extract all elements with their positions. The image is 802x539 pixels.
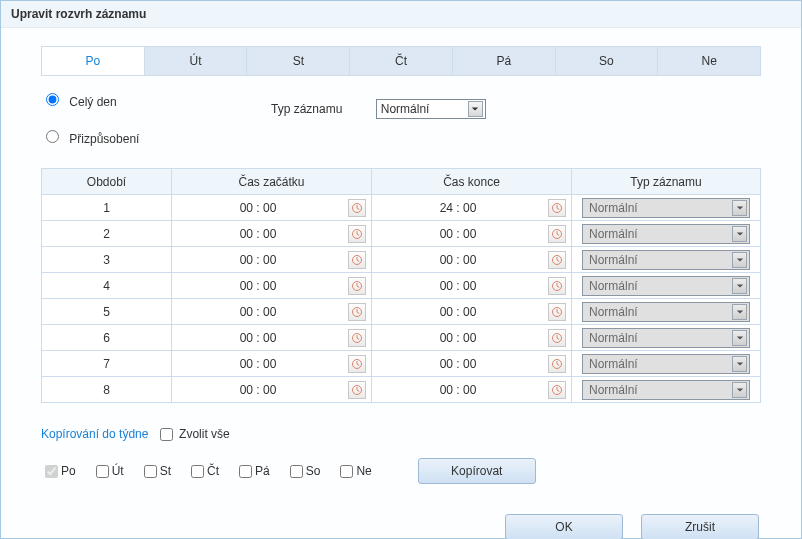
record-type-value: Normální: [381, 102, 430, 116]
copy-day-label: Čt: [207, 464, 219, 478]
table-row: 500 : 0000 : 00Normální: [42, 299, 761, 325]
row-type-cell: Normální: [572, 377, 761, 403]
copy-button[interactable]: Kopírovat: [418, 458, 536, 484]
end-time-value: 00 : 00: [440, 227, 477, 241]
window-title: Upravit rozvrh záznamu: [1, 1, 801, 28]
copy-day-label: Po: [61, 464, 76, 478]
row-type-select: Normální: [582, 276, 750, 296]
tab-ne[interactable]: Ne: [658, 47, 760, 75]
table-row: 300 : 0000 : 00Normální: [42, 247, 761, 273]
start-time-cell: 00 : 00: [172, 195, 372, 221]
col-period: Období: [42, 169, 172, 195]
row-type-cell: Normální: [572, 325, 761, 351]
copy-day-checkbox-pá[interactable]: [239, 465, 252, 478]
radio-all-day[interactable]: Celý den: [41, 90, 201, 109]
start-time-value: 00 : 00: [240, 279, 277, 293]
copy-day-checkbox-po[interactable]: [45, 465, 58, 478]
clock-icon[interactable]: [548, 225, 566, 243]
table-row: 400 : 0000 : 00Normální: [42, 273, 761, 299]
end-time-cell: 00 : 00: [372, 299, 572, 325]
row-type-value: Normální: [589, 305, 638, 319]
clock-icon[interactable]: [548, 329, 566, 347]
tab-po[interactable]: Po: [42, 47, 145, 75]
chevron-down-icon: [732, 252, 747, 268]
copy-day-checkbox-út[interactable]: [96, 465, 109, 478]
end-time-cell: 24 : 00: [372, 195, 572, 221]
row-type-value: Normální: [589, 201, 638, 215]
start-time-value: 00 : 00: [240, 305, 277, 319]
row-type-select: Normální: [582, 302, 750, 322]
tab-út[interactable]: Út: [145, 47, 248, 75]
period-cell: 4: [42, 273, 172, 299]
day-tabs: PoÚtStČtPáSoNe: [41, 46, 761, 76]
chevron-down-icon: [732, 330, 747, 346]
copy-day-checkbox-čt[interactable]: [191, 465, 204, 478]
copy-day-checkbox-ne[interactable]: [340, 465, 353, 478]
tab-st[interactable]: St: [247, 47, 350, 75]
copy-day-checkbox-st[interactable]: [144, 465, 157, 478]
chevron-down-icon: [732, 304, 747, 320]
clock-icon[interactable]: [348, 329, 366, 347]
chevron-down-icon: [732, 382, 747, 398]
record-type-label: Typ záznamu: [271, 102, 342, 116]
end-time-value: 00 : 00: [440, 279, 477, 293]
row-type-cell: Normální: [572, 299, 761, 325]
clock-icon[interactable]: [548, 251, 566, 269]
tab-pá[interactable]: Pá: [453, 47, 556, 75]
clock-icon[interactable]: [348, 199, 366, 217]
clock-icon[interactable]: [348, 381, 366, 399]
end-time-value: 00 : 00: [440, 357, 477, 371]
row-type-cell: Normální: [572, 273, 761, 299]
end-time-cell: 00 : 00: [372, 273, 572, 299]
row-type-select: Normální: [582, 328, 750, 348]
row-type-value: Normální: [589, 331, 638, 345]
start-time-value: 00 : 00: [240, 383, 277, 397]
select-all-checkbox[interactable]: [160, 428, 173, 441]
radio-custom[interactable]: Přizpůsobení: [41, 127, 201, 146]
clock-icon[interactable]: [548, 381, 566, 399]
copy-day-label: St: [160, 464, 171, 478]
end-time-value: 00 : 00: [440, 253, 477, 267]
table-row: 700 : 0000 : 00Normální: [42, 351, 761, 377]
clock-icon[interactable]: [348, 355, 366, 373]
chevron-down-icon: [468, 101, 483, 117]
options-row: Celý den Přizpůsobení Typ záznamu Normál…: [41, 90, 761, 146]
table-row: 800 : 0000 : 00Normální: [42, 377, 761, 403]
cancel-button[interactable]: Zrušit: [641, 514, 759, 539]
end-time-value: 24 : 00: [440, 201, 477, 215]
end-time-cell: 00 : 00: [372, 377, 572, 403]
record-type-select[interactable]: Normální: [376, 99, 486, 119]
row-type-select: Normální: [582, 354, 750, 374]
copy-to-week-label: Kopírování do týdne: [41, 427, 148, 441]
copy-day-checkbox-so[interactable]: [290, 465, 303, 478]
period-cell: 1: [42, 195, 172, 221]
col-type: Typ záznamu: [572, 169, 761, 195]
clock-icon[interactable]: [348, 251, 366, 269]
start-time-cell: 00 : 00: [172, 273, 372, 299]
tab-so[interactable]: So: [556, 47, 659, 75]
clock-icon[interactable]: [348, 303, 366, 321]
period-cell: 6: [42, 325, 172, 351]
copy-to-week-row: Kopírování do týdne Zvolit vše: [41, 425, 761, 444]
end-time-cell: 00 : 00: [372, 351, 572, 377]
radio-custom-label: Přizpůsobení: [69, 132, 139, 146]
clock-icon[interactable]: [548, 277, 566, 295]
ok-button[interactable]: OK: [505, 514, 623, 539]
clock-icon[interactable]: [548, 303, 566, 321]
clock-icon[interactable]: [548, 199, 566, 217]
row-type-value: Normální: [589, 227, 638, 241]
chevron-down-icon: [732, 356, 747, 372]
row-type-cell: Normální: [572, 195, 761, 221]
table-row: 600 : 0000 : 00Normální: [42, 325, 761, 351]
col-start: Čas začátku: [172, 169, 372, 195]
tab-čt[interactable]: Čt: [350, 47, 453, 75]
start-time-cell: 00 : 00: [172, 247, 372, 273]
row-type-select: Normální: [582, 198, 750, 218]
clock-icon[interactable]: [548, 355, 566, 373]
table-row: 200 : 0000 : 00Normální: [42, 221, 761, 247]
clock-icon[interactable]: [348, 225, 366, 243]
start-time-cell: 00 : 00: [172, 299, 372, 325]
clock-icon[interactable]: [348, 277, 366, 295]
start-time-value: 00 : 00: [240, 201, 277, 215]
start-time-value: 00 : 00: [240, 253, 277, 267]
